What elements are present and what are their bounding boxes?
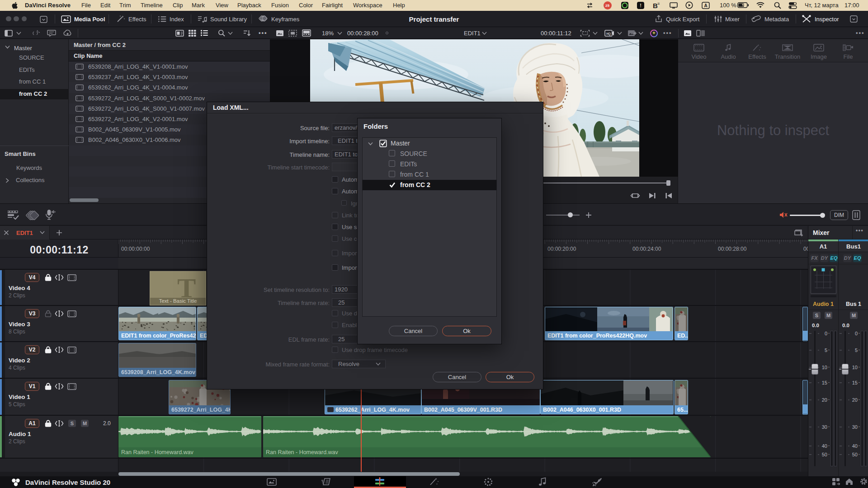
svg-text:A: A [704, 3, 707, 8]
svg-text:HQ: HQ [606, 32, 611, 36]
svg-text:!: ! [640, 3, 642, 8]
